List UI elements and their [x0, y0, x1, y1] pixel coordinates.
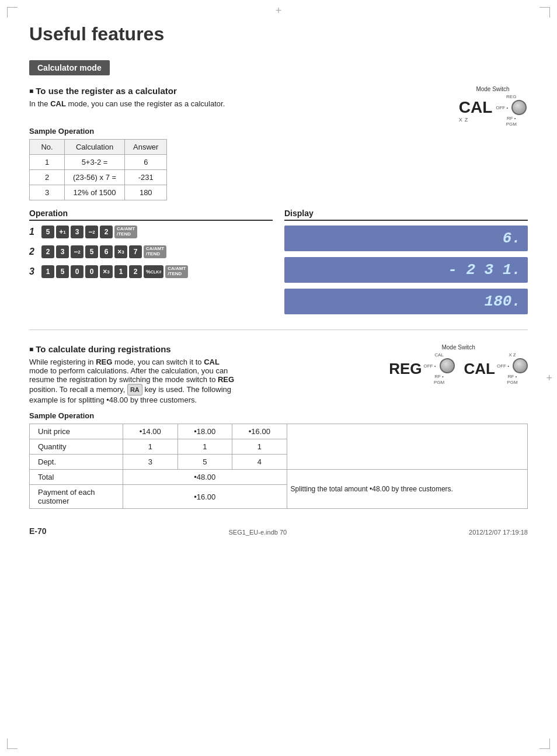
- table-header-answer: Answer: [125, 140, 167, 155]
- key-6: 6: [100, 245, 113, 258]
- qty-3: 1: [232, 439, 287, 455]
- z-label: Z: [465, 117, 468, 123]
- corner-mark-tr: [539, 7, 550, 18]
- x-z-labels-2: X Z: [497, 352, 528, 358]
- section-divider: [29, 330, 528, 330]
- pgm-label-3: PGM: [497, 380, 528, 385]
- key-2b: 2: [129, 265, 142, 278]
- key-3: 3: [71, 226, 83, 238]
- cal-mode-text: CAL X Z: [459, 98, 493, 123]
- section-header: Calculator mode: [29, 60, 110, 75]
- row2-answer: -231: [125, 170, 167, 185]
- cal-mode-display: CAL X Z OFF • RF • PGM: [464, 352, 528, 385]
- step2-num: 2: [29, 247, 37, 257]
- key-2a: 2: [41, 245, 54, 258]
- row3-no: 3: [30, 185, 65, 200]
- operation-header: Operation: [29, 209, 273, 221]
- corner-mark-br: [539, 738, 550, 749]
- registrations-intro: While registering in REG mode, you can s…: [29, 358, 377, 404]
- cal-big-text-2: CAL: [464, 360, 495, 378]
- pgm-label: PGM: [496, 122, 527, 127]
- op-display-row: Operation 1 5 +1 3 −2 2 CA/AMT/TEND 2 2 …: [29, 209, 528, 320]
- dial-circle-3: [513, 358, 528, 373]
- off-label-2: OFF •: [424, 363, 436, 369]
- cal-big-text: CAL: [459, 98, 493, 117]
- payment-label: Payment of each customer: [30, 485, 123, 509]
- reg-label-small: REG: [496, 94, 527, 99]
- dial-side-labels: REG OFF • RF • PGM: [496, 94, 527, 127]
- footer-left: SEG1_EU-e.indb 70: [228, 529, 287, 536]
- row3-calc: 12% of 1500: [65, 185, 125, 200]
- display-column: Display 6. - 2 3 1. 180.: [284, 209, 528, 320]
- table-row: Total •48.00 Splitting the total amount …: [30, 470, 528, 485]
- display-screen-3: 180.: [284, 289, 528, 314]
- total-note: Splitting the total amount •48.00 by thr…: [287, 470, 527, 509]
- unit-price-1: •14.00: [123, 424, 178, 439]
- sample-op-label-2: Sample Operation: [29, 411, 528, 420]
- reg-big-text: REG: [389, 360, 422, 378]
- row2-calc: (23-56) x 7 =: [65, 170, 125, 185]
- table-row: 2 (23-56) x 7 = -231: [30, 170, 167, 185]
- ra-key: RA: [127, 384, 142, 396]
- x-label: X: [459, 117, 462, 123]
- mode-switch-area-cal: Mode Switch CAL X Z REG OFF • RF • PGM: [458, 86, 528, 127]
- subsection-title-registrations: To calculate during registrations: [29, 344, 377, 354]
- qty-2: 1: [177, 439, 232, 455]
- dept-label: Dept.: [30, 455, 123, 470]
- key-1b: 1: [114, 265, 127, 278]
- reg-off-dial: OFF •: [424, 358, 455, 373]
- key-3a: 3: [56, 245, 69, 258]
- key-times3-2: ×3: [100, 265, 113, 278]
- registrations-body: To calculate during registrations While …: [29, 344, 377, 411]
- quantity-label: Quantity: [30, 439, 123, 455]
- step1-num: 1: [29, 227, 37, 237]
- key-5: 5: [41, 226, 54, 238]
- unit-price-3: •16.00: [232, 424, 287, 439]
- off-label: OFF •: [496, 105, 508, 110]
- subsection-title-calculator: To use the register as a calculator: [29, 86, 446, 96]
- table-header-no: No.: [30, 140, 65, 155]
- key-7: 7: [129, 245, 142, 258]
- second-top-row: To calculate during registrations While …: [29, 344, 528, 411]
- reg-bold: REG: [96, 358, 112, 366]
- top-center-cross: [276, 5, 282, 17]
- mode-switch-label-2: Mode Switch: [389, 344, 528, 351]
- pgm-label-2: PGM: [424, 380, 455, 385]
- calculator-table: No. Calculation Answer 1 5+3-2 = 6 2 (23…: [29, 139, 167, 200]
- key-eq-3: CA/AMT/TEND: [165, 265, 188, 278]
- page-number: E-70: [29, 526, 47, 536]
- key-times3-1: ×3: [114, 245, 127, 258]
- key-5b: 5: [56, 265, 69, 278]
- dept-3: 4: [232, 455, 287, 470]
- sample-op-label-1: Sample Operation: [29, 127, 528, 136]
- cal-bold: CAL: [204, 358, 220, 366]
- reg-dial-labels: CAL OFF • RF • PGM: [424, 352, 455, 385]
- registrations-table: Unit price •14.00 •18.00 •16.00 Quantity…: [29, 424, 528, 509]
- corner-mark-bl: [7, 738, 18, 749]
- mode-dial-container: CAL X Z REG OFF • RF • PGM: [458, 94, 528, 127]
- dept-1: 3: [123, 455, 178, 470]
- intro-text: In the CAL mode, you can use the registe…: [29, 99, 446, 108]
- key-eq-2: CA/AMT/TEND: [144, 245, 166, 258]
- corner-mark-tl: [7, 7, 18, 18]
- key-minus2-1: −2: [85, 226, 98, 238]
- cal-dial-labels: X Z OFF • RF • PGM: [497, 352, 528, 385]
- display-value-2: - 2 3 1.: [448, 261, 521, 279]
- reg-mode-display: REG CAL OFF • RF • PGM: [389, 352, 454, 385]
- off-dial: OFF •: [496, 100, 527, 115]
- key-eq-1: CA/AMT/TEND: [114, 226, 137, 238]
- total-label: Total: [30, 470, 123, 485]
- reg-bold2: REG: [218, 375, 234, 384]
- key-2: 2: [100, 226, 113, 238]
- intro-cal-bold: CAL: [50, 99, 66, 108]
- rf-label: RF •: [496, 116, 527, 121]
- key-5a: 5: [85, 245, 98, 258]
- table-row: 1 5+3-2 = 6: [30, 155, 167, 170]
- dial-circle-2: [440, 358, 455, 373]
- key-minus2-2: −2: [71, 245, 83, 258]
- key-0a: 0: [71, 265, 83, 278]
- display-value-3: 180.: [485, 293, 521, 310]
- off-label-3: OFF •: [497, 363, 509, 369]
- reg-cal-mode-display: REG CAL OFF • RF • PGM CAL: [389, 352, 528, 385]
- table-header-calculation: Calculation: [65, 140, 125, 155]
